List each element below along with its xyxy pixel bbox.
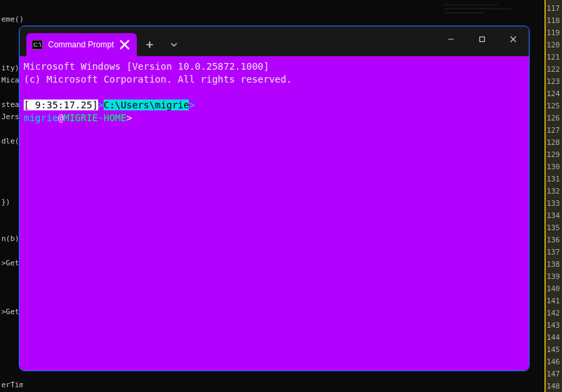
svg-rect-0 — [480, 37, 485, 42]
prompt-gt-1: > — [98, 100, 104, 110]
prompt-time: [ 9:35:17.25] — [24, 100, 98, 110]
line-number: 130 — [546, 161, 560, 173]
line-number: 138 — [546, 259, 560, 271]
minimize-button[interactable] — [435, 26, 467, 52]
line-number: 121 — [546, 51, 560, 64]
prompt-line-1: [ 9:35:17.25]>C:\Users\migrie> — [24, 99, 525, 112]
line-number: 145 — [546, 344, 560, 356]
prompt-gt-3: > — [127, 112, 132, 123]
window-controls — [435, 26, 529, 52]
line-number: 131 — [546, 173, 560, 186]
line-number: 142 — [546, 307, 560, 320]
maximize-icon — [479, 36, 485, 43]
code-fragment: eme()); — [0, 14, 23, 26]
minimize-icon — [448, 36, 454, 43]
tab-title: Command Prompt — [48, 40, 114, 49]
banner-line-2: (c) Microsoft Corporation. All rights re… — [24, 73, 525, 86]
prompt-user: migrie — [24, 112, 58, 123]
tab-command-prompt[interactable]: C:\ Command Prompt — [26, 33, 137, 56]
code-fragment — [0, 1, 23, 14]
line-number: 133 — [546, 198, 560, 210]
cmd-icon: C:\ — [32, 40, 43, 49]
line-number: 122 — [546, 64, 560, 76]
line-number: 124 — [546, 88, 560, 100]
line-number: 125 — [546, 100, 560, 112]
line-number: 137 — [546, 246, 560, 259]
prompt-gt-2: > — [189, 100, 194, 110]
line-number: 134 — [546, 210, 560, 222]
line-number: 123 — [546, 76, 560, 88]
tab-close-button[interactable] — [119, 39, 130, 50]
line-number: 126 — [546, 112, 560, 125]
line-number: 143 — [546, 320, 560, 332]
line-number: 147 — [546, 368, 560, 380]
line-number: 139 — [546, 271, 560, 283]
terminal-window: C:\ Command Prompt Microsoft Windows [Ve… — [19, 26, 529, 371]
prompt-line-2: migrie@MIGRIE-HOME> — [24, 112, 525, 125]
line-number: 148 — [546, 380, 560, 392]
close-window-button[interactable] — [498, 26, 529, 52]
line-number: 136 — [546, 234, 560, 246]
line-number: 120 — [546, 39, 560, 51]
line-number: 135 — [546, 222, 560, 234]
new-tab-button[interactable] — [138, 33, 161, 56]
line-number: 127 — [546, 125, 560, 137]
line-number: 141 — [546, 295, 560, 307]
tab-dropdown-button[interactable] — [163, 33, 186, 56]
line-number: 118 — [546, 15, 560, 27]
prompt-host: MIGRIE-HOME — [64, 112, 127, 123]
blank-line — [24, 86, 525, 99]
chevron-down-icon — [171, 41, 177, 48]
code-fragment: erTimer(); — [0, 379, 23, 391]
close-icon — [510, 36, 517, 43]
line-number: 140 — [546, 283, 560, 295]
terminal-body[interactable]: Microsoft Windows [Version 10.0.25872.10… — [20, 56, 529, 370]
line-number: 144 — [546, 332, 560, 344]
close-icon — [119, 39, 130, 50]
prompt-path: C:\Users\migrie — [104, 100, 189, 110]
editor-line-number-gutter: 1171181191201211221231241251261271281291… — [544, 0, 562, 392]
line-number: 117 — [546, 3, 560, 15]
titlebar[interactable]: C:\ Command Prompt — [20, 26, 529, 56]
prompt-at: @ — [58, 112, 64, 123]
line-number: 128 — [546, 137, 560, 149]
banner-line-1: Microsoft Windows [Version 10.0.25872.10… — [24, 60, 525, 73]
line-number: 132 — [546, 186, 560, 198]
line-number: 146 — [546, 356, 560, 368]
line-number: 129 — [546, 149, 560, 161]
plus-icon — [146, 41, 154, 49]
line-number: 119 — [546, 27, 560, 39]
maximize-button[interactable] — [467, 26, 498, 52]
